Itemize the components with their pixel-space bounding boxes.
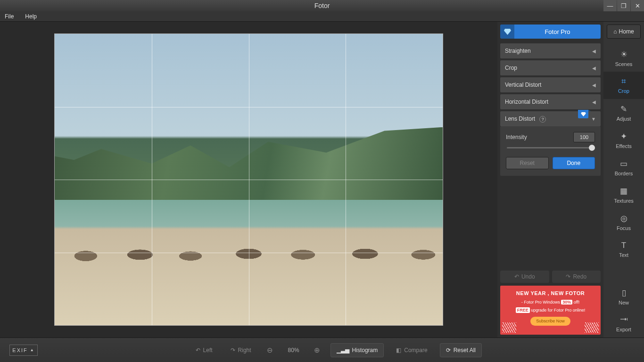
home-label: Home xyxy=(619,28,634,35)
menu-bar: File Help xyxy=(0,11,644,22)
edited-image xyxy=(55,34,443,325)
slider-knob[interactable] xyxy=(589,145,595,151)
maximize-button[interactable]: ❐ xyxy=(617,0,630,11)
panel-hdistort-label: Horizontal Distort xyxy=(505,99,548,105)
border-icon: ▭ xyxy=(620,159,627,169)
redo-button[interactable]: ↷ Redo xyxy=(552,271,601,283)
tool-borders[interactable]: ▭Borders xyxy=(603,154,644,181)
zoom-in-button[interactable]: ⊕ xyxy=(311,344,324,357)
crop-icon: ⌗ xyxy=(621,77,626,86)
canvas-area xyxy=(0,22,497,337)
panel-lens-label: Lens Distort xyxy=(505,115,535,122)
undo-label: Undo xyxy=(521,273,535,280)
panel-vertical-distort[interactable]: Vertical Distort ◀ xyxy=(500,77,601,92)
diamond-icon xyxy=(500,25,514,39)
redo-icon: ↷ xyxy=(566,273,570,280)
info-icon[interactable]: ? xyxy=(539,116,546,123)
panel-crop-label: Crop xyxy=(505,65,517,71)
tool-text[interactable]: TText xyxy=(603,236,644,263)
tool-effects[interactable]: ✦Effects xyxy=(603,126,644,154)
image-crop-frame[interactable] xyxy=(54,33,443,326)
menu-file[interactable]: File xyxy=(5,13,14,20)
rotate-right-icon: ↷ xyxy=(231,347,235,354)
tool-new[interactable]: ▯New xyxy=(603,283,644,310)
done-button[interactable]: Done xyxy=(553,157,595,169)
panel-lens-distort[interactable]: Lens Distort ? ▼ xyxy=(500,111,601,126)
fotor-pro-button[interactable]: Fotor Pro xyxy=(500,25,601,39)
rotate-left-icon: ↶ xyxy=(196,347,200,354)
close-button[interactable]: ✕ xyxy=(631,0,644,11)
collapse-icon: ◀ xyxy=(592,99,596,105)
promo-line2: - Fotor Pro Windows 30% off! xyxy=(504,299,597,306)
expand-icon: ▼ xyxy=(591,116,596,122)
tool-scenes[interactable]: ☀Scenes xyxy=(603,44,644,72)
tool-strip: ⌂ Home ☀Scenes ⌗Crop ✎Adjust ✦Effects ▭B… xyxy=(603,22,644,337)
panel-straighten-label: Straighten xyxy=(505,48,531,54)
promo-line3: FREE upgrade for Fotor Pro online! xyxy=(504,307,597,314)
promo-subscribe-button[interactable]: Subscribe Now xyxy=(530,317,570,326)
pro-badge-icon xyxy=(578,110,588,118)
tool-export[interactable]: ⭲Export xyxy=(603,310,644,337)
pencil-icon: ✎ xyxy=(620,104,627,114)
lens-distort-body: Intensity Reset Done xyxy=(500,126,601,176)
texture-icon: ▦ xyxy=(620,186,627,196)
compare-button[interactable]: ◧Compare xyxy=(390,343,433,357)
undo-button[interactable]: ↶ Undo xyxy=(500,271,549,283)
panel-straighten[interactable]: Straighten ◀ xyxy=(500,43,601,58)
compare-icon: ◧ xyxy=(396,347,401,354)
histogram-button[interactable]: ▁▃▅Histogram xyxy=(330,343,384,357)
bottom-bar: EXIF ▲ ↶Left ↷Right ⊖ 80% ⊕ ▁▃▅Histogram… xyxy=(0,337,644,362)
app-title: Fotor xyxy=(314,2,330,9)
reset-icon: ⟳ xyxy=(446,347,451,354)
redo-label: Redo xyxy=(573,273,586,280)
collapse-icon: ◀ xyxy=(592,82,596,88)
rotate-left-button[interactable]: ↶Left xyxy=(190,343,218,357)
promo-headline: NEW YEAR , NEW FOTOR xyxy=(504,289,597,297)
zoom-out-button[interactable]: ⊖ xyxy=(264,344,277,357)
reset-button[interactable]: Reset xyxy=(506,157,549,169)
intensity-label: Intensity xyxy=(506,134,527,140)
histogram-icon: ▁▃▅ xyxy=(337,347,349,354)
title-bar: Fotor — ❐ ✕ xyxy=(0,0,644,11)
zoom-level: 80% xyxy=(283,347,304,354)
sparkle-icon: ✦ xyxy=(620,132,627,141)
window-controls: — ❐ ✕ xyxy=(603,0,644,11)
menu-help[interactable]: Help xyxy=(25,13,37,20)
undo-icon: ↶ xyxy=(514,273,519,280)
chevron-up-icon: ▲ xyxy=(30,348,35,352)
panel-crop[interactable]: Crop ◀ xyxy=(500,60,601,75)
fotor-pro-label: Fotor Pro xyxy=(514,28,601,35)
panel-vdistort-label: Vertical Distort xyxy=(505,82,541,88)
home-button[interactable]: ⌂ Home xyxy=(607,25,641,39)
collapse-icon: ◀ xyxy=(592,49,596,54)
rotate-right-button[interactable]: ↷Right xyxy=(225,343,257,357)
home-icon: ⌂ xyxy=(613,28,617,35)
collapse-icon: ◀ xyxy=(592,66,596,71)
tool-focus[interactable]: ◎Focus xyxy=(603,208,644,236)
minimize-button[interactable]: — xyxy=(603,0,617,11)
promo-banner[interactable]: NEW YEAR , NEW FOTOR - Fotor Pro Windows… xyxy=(500,286,601,335)
tool-textures[interactable]: ▦Textures xyxy=(603,181,644,208)
main-area: Fotor Pro Straighten ◀ Crop ◀ Vertical D… xyxy=(0,22,644,337)
intensity-slider[interactable] xyxy=(507,147,595,148)
panel-horizontal-distort[interactable]: Horizontal Distort ◀ xyxy=(500,94,601,109)
intensity-input[interactable] xyxy=(573,132,595,142)
right-panel: Fotor Pro Straighten ◀ Crop ◀ Vertical D… xyxy=(497,22,603,337)
tool-crop[interactable]: ⌗Crop xyxy=(603,72,644,99)
text-icon: T xyxy=(621,241,626,250)
tool-adjust[interactable]: ✎Adjust xyxy=(603,99,644,126)
exif-button[interactable]: EXIF ▲ xyxy=(9,345,38,356)
export-icon: ⭲ xyxy=(620,315,628,325)
file-icon: ▯ xyxy=(622,288,626,298)
reset-all-button[interactable]: ⟳Reset All xyxy=(440,343,482,357)
sun-icon: ☀ xyxy=(620,49,627,59)
focus-icon: ◎ xyxy=(620,214,627,223)
